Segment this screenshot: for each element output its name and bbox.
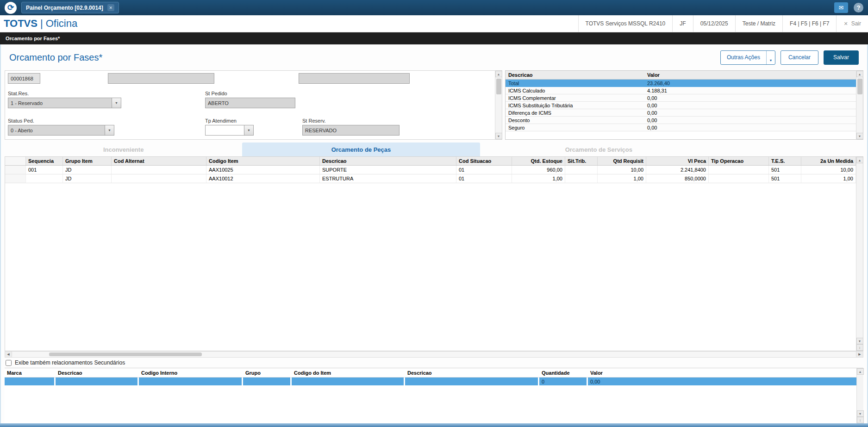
help-button[interactable]: ? — [854, 3, 863, 12]
totals-row[interactable]: Diferença de ICMS0,00 — [506, 109, 856, 117]
items-horizontal-scrollbar[interactable]: ◀ ▶ — [5, 351, 863, 358]
items-scrollbar[interactable]: ▲ ▼ ↕ — [856, 157, 863, 351]
related-cell — [56, 377, 139, 385]
items-col-header[interactable]: Descricao — [320, 157, 456, 165]
items-row[interactable]: 001JDAAX10025SUPORTE01960,0010,002.241,8… — [5, 166, 856, 174]
document-tab[interactable]: Painel Orçamento [02.9.0014] ✕ — [21, 2, 119, 13]
items-col-header[interactable]: T.E.S. — [769, 157, 801, 165]
items-col-header[interactable]: Vl Peca — [646, 157, 709, 165]
scroll-up-icon[interactable]: ▲ — [857, 368, 864, 375]
related-col-header[interactable]: Codigo Interno — [139, 370, 243, 376]
totals-scrollbar[interactable]: ▲ ▼ — [856, 71, 863, 139]
scroll-down-icon[interactable]: ▼ — [856, 338, 863, 344]
secondary-relationships-checkbox[interactable] — [6, 360, 12, 366]
items-row[interactable]: JDAAX10012ESTRUTURA011,001,00850,0000501… — [5, 174, 856, 183]
tp-atendimen-dropdown-icon[interactable]: ▼ — [244, 125, 254, 136]
chevron-down-icon[interactable]: ▼ — [766, 51, 775, 64]
scroll-left-icon[interactable]: ◀ — [5, 352, 12, 357]
env-item[interactable]: F4 | F5 | F6 | F7 — [782, 15, 836, 32]
items-cell — [112, 174, 206, 183]
row-selector[interactable] — [5, 174, 26, 183]
totals-row[interactable]: Desconto0,00 — [506, 117, 856, 124]
tab-inconveniente[interactable]: Inconveniente — [5, 142, 242, 156]
items-col-header[interactable]: Cod Situacao — [456, 157, 512, 165]
scroll-down-icon[interactable]: ▼ — [857, 410, 864, 417]
items-cell — [112, 166, 206, 174]
related-col-header[interactable]: Marca — [5, 370, 56, 376]
scrollbar-thumb[interactable] — [496, 79, 501, 94]
stat-res-select[interactable]: 1 - Reservado ▼ — [8, 98, 121, 108]
related-scrollbar[interactable]: ▲ ▼ ↕ — [856, 368, 863, 423]
other-actions-button[interactable]: Outras Ações ▼ — [720, 50, 775, 65]
form-scrollbar[interactable]: ▲ ▼ — [495, 71, 502, 139]
related-col-header[interactable]: Descricao — [405, 370, 539, 376]
totals-col-valor[interactable]: Valor — [644, 72, 856, 78]
items-col-header[interactable]: Tip Operacao — [709, 157, 769, 165]
related-col-header[interactable]: Valor — [588, 370, 856, 376]
items-col-header[interactable]: Qtd Requisit — [598, 157, 646, 165]
scroll-up-icon[interactable]: ▲ — [856, 71, 863, 77]
stat-res-label: Stat.Res. — [8, 91, 29, 96]
related-col-header[interactable]: Codigo do Item — [292, 370, 405, 376]
env-item[interactable]: Teste / Matriz — [735, 15, 782, 32]
tab-orcamento-de-pe-as[interactable]: Orcamento de Peças — [242, 142, 480, 156]
related-col-header[interactable]: Quantidade — [539, 370, 588, 376]
scroll-down-icon[interactable]: ▼ — [495, 133, 502, 139]
scroll-down-icon[interactable]: ▼ — [856, 133, 863, 139]
hscrollbar-track[interactable] — [12, 352, 856, 357]
totals-col-descricao[interactable]: Descricao — [506, 72, 644, 78]
module-name: Oficina — [46, 18, 77, 30]
window-bottom-frame — [0, 423, 868, 427]
status-ped-select[interactable]: 0 - Aberto ▼ — [8, 125, 114, 136]
scroll-up-icon[interactable]: ▲ — [856, 157, 863, 163]
order-number-input[interactable] — [8, 73, 40, 84]
stat-res-dropdown-icon[interactable]: ▼ — [112, 98, 121, 108]
items-cell: AAX10012 — [206, 174, 320, 183]
status-ped-dropdown-icon[interactable]: ▼ — [105, 125, 114, 136]
related-cell — [405, 377, 539, 385]
items-cell: 960,00 — [512, 166, 565, 174]
totals-row[interactable]: Total23.268,40 — [506, 80, 856, 87]
close-tab-icon[interactable]: ✕ — [107, 4, 114, 11]
action-buttons: Outras Ações ▼ Cancelar Salvar — [720, 50, 859, 65]
items-cell — [709, 174, 769, 183]
totals-row[interactable]: ICMS Calculado4.188,31 — [506, 87, 856, 94]
exit-button[interactable]: ✕ Sair — [836, 15, 868, 32]
totals-row-label: Diferença de ICMS — [506, 110, 644, 116]
totals-row-label: Desconto — [506, 118, 644, 123]
row-selector[interactable] — [5, 166, 26, 174]
items-cell: 10,00 — [801, 166, 856, 174]
items-cell: 501 — [769, 174, 801, 183]
items-col-header[interactable]: Qtd. Estoque — [512, 157, 565, 165]
items-col-header[interactable]: 2a Un Medida — [801, 157, 856, 165]
items-header: SequenciaGrupo ItemCod AlternatCodigo It… — [5, 157, 856, 166]
items-col-header[interactable]: Codigo Item — [206, 157, 320, 165]
scroll-page-icon[interactable]: ↕ — [857, 417, 864, 423]
related-col-header[interactable]: Descricao — [56, 370, 139, 376]
env-item[interactable]: TOTVS Serviços MSSQL R2410 — [578, 15, 673, 32]
tp-atendimen-select[interactable]: ▼ — [205, 125, 254, 136]
totals-row[interactable]: Seguro0,00 — [506, 124, 856, 131]
totals-row[interactable]: ICMS Complementar0,00 — [506, 94, 856, 102]
env-item[interactable]: 05/12/2025 — [693, 15, 735, 32]
related-row[interactable]: 00,00 — [5, 377, 856, 385]
items-cell — [709, 166, 769, 174]
tab-orcamento-de-servi-os[interactable]: Orcamento de Serviços — [480, 142, 718, 156]
items-col-header[interactable]: Sit.Trib. — [565, 157, 598, 165]
env-item[interactable]: JF — [672, 15, 693, 32]
cancel-button[interactable]: Cancelar — [781, 50, 818, 65]
brand: TOTVS | Oficina — [0, 15, 81, 32]
save-button[interactable]: Salvar — [824, 50, 859, 65]
scroll-up-icon[interactable]: ▲ — [495, 71, 502, 77]
totals-row[interactable]: ICMS Substituição Tributária0,00 — [506, 102, 856, 109]
mail-button[interactable]: ✉ — [834, 2, 848, 13]
scroll-right-icon[interactable]: ▶ — [856, 352, 863, 357]
items-col-header[interactable]: Grupo Item — [63, 157, 112, 165]
scrollbar-thumb[interactable] — [857, 79, 862, 94]
items-col-header[interactable]: Cod Alternat — [112, 157, 206, 165]
scroll-page-icon[interactable]: ↕ — [856, 344, 863, 351]
items-col-header[interactable]: Sequencia — [26, 157, 63, 165]
hscrollbar-thumb[interactable] — [49, 353, 202, 356]
exit-label: Sair — [851, 20, 861, 27]
related-col-header[interactable]: Grupo — [243, 370, 292, 376]
